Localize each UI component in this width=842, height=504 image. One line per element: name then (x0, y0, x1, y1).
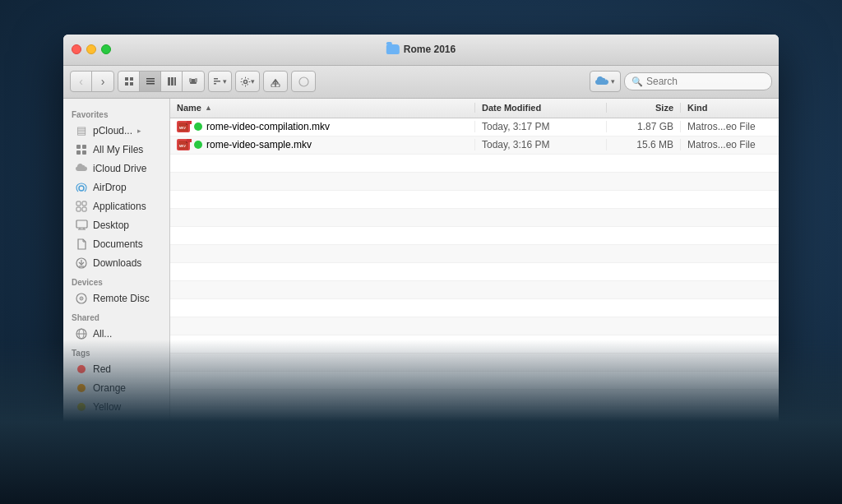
svg-rect-52 (186, 125, 188, 132)
sidebar-item-documents[interactable]: Documents (67, 235, 166, 253)
svg-point-32 (79, 186, 84, 191)
mkv-file-icon: MKV (177, 139, 190, 150)
window-title: Rome 2016 (386, 44, 456, 55)
sidebar-item-airdrop[interactable]: AirDrop (67, 178, 166, 197)
sidebar-item-all-my-files[interactable]: All My Files (67, 141, 166, 159)
toolbar: ‹ › (63, 66, 779, 99)
search-input[interactable] (646, 76, 765, 87)
list-view-button[interactable] (140, 72, 161, 91)
share-button[interactable] (263, 71, 288, 92)
desktop-icon (75, 219, 88, 232)
table-row-empty (170, 263, 779, 281)
arrange-chevron-icon: ▾ (223, 77, 227, 86)
sidebar-item-remote-disc[interactable]: Remote Disc (67, 289, 166, 307)
svg-rect-56 (186, 143, 188, 150)
column-view-button[interactable] (161, 72, 183, 91)
sidebar-item-tag-red[interactable]: Red (67, 360, 166, 378)
green-tag-icon (75, 419, 88, 432)
shared-header: Shared (63, 308, 169, 324)
table-row-empty (170, 354, 779, 372)
file-kind-cell: Matros...eo File (680, 121, 779, 132)
cover-view-button[interactable] (183, 72, 204, 91)
tag-button[interactable] (291, 71, 316, 92)
orange-tag-icon (75, 381, 88, 395)
list-view-icon (146, 76, 155, 86)
cloud-sync-button[interactable]: ▾ (590, 71, 621, 92)
nav-group: ‹ › (70, 71, 114, 92)
svg-rect-36 (82, 207, 86, 211)
mkv-file-icon: MKV (177, 121, 190, 132)
sidebar-item-icloud[interactable]: iCloud Drive (67, 160, 166, 178)
size-column-header[interactable]: Size (606, 103, 680, 113)
file-area: Name ▲ Date Modified Size Kind (170, 99, 779, 470)
table-row[interactable]: MKV rome-video-sample.mkv Today, 3:16 PM… (170, 136, 779, 155)
table-row-empty (170, 173, 779, 191)
action-chevron-icon: ▾ (251, 77, 255, 86)
view-group (118, 71, 205, 92)
column-header: Name ▲ Date Modified Size Kind (170, 99, 779, 118)
svg-rect-29 (82, 145, 86, 149)
search-icon: 🔍 (632, 76, 643, 87)
svg-rect-30 (76, 150, 81, 155)
applications-icon (75, 200, 88, 213)
svg-rect-0 (125, 77, 128, 81)
svg-rect-8 (171, 77, 173, 86)
svg-rect-7 (168, 77, 170, 86)
date-column-header[interactable]: Date Modified (474, 103, 606, 113)
arrange-icon (213, 76, 223, 86)
kind-column-header[interactable]: Kind (680, 103, 779, 113)
table-row-empty (170, 317, 779, 335)
sidebar-item-tag-yellow[interactable]: Yellow (67, 398, 166, 416)
sidebar-item-applications[interactable]: Applications (67, 197, 166, 215)
svg-rect-2 (125, 82, 128, 86)
sidebar-item-tag-orange[interactable]: Orange (67, 379, 166, 397)
file-name-cell: MKV rome-video-sample.mkv (170, 139, 474, 150)
title-folder-icon (386, 44, 400, 54)
search-box[interactable]: 🔍 (624, 72, 772, 90)
table-row-empty (170, 299, 779, 317)
table-row[interactable]: MKV rome-video-compilation.mkv Today, 3:… (170, 118, 779, 136)
cloud-icon (595, 76, 608, 86)
sidebar-item-downloads[interactable]: Downloads (67, 254, 166, 272)
cover-view-icon (188, 76, 198, 86)
svg-marker-51 (186, 123, 188, 125)
close-button[interactable] (72, 44, 81, 54)
action-button[interactable]: ▾ (235, 71, 260, 92)
grid-icon (75, 143, 88, 156)
forward-button[interactable]: › (92, 72, 113, 91)
sidebar-item-pcloud[interactable]: ▤ pCloud... ▸ (67, 122, 166, 140)
sidebar-item-tag-green[interactable]: Green (67, 417, 166, 435)
file-date-cell: Today, 3:17 PM (474, 121, 606, 132)
column-view-icon (167, 76, 177, 86)
table-row-empty (170, 335, 779, 354)
arrange-button[interactable]: ▾ (208, 71, 232, 92)
icon-view-button[interactable] (118, 72, 140, 91)
favorites-header: Favorites (63, 105, 169, 121)
maximize-button[interactable] (101, 44, 111, 54)
sidebar-item-all-shared[interactable]: All... (67, 325, 166, 343)
minimize-button[interactable] (86, 44, 96, 54)
svg-rect-9 (174, 77, 176, 86)
red-tag-icon (75, 363, 88, 376)
table-row-empty (170, 372, 779, 390)
file-size-cell: 1.87 GB (606, 121, 680, 132)
tag-icon (298, 76, 309, 87)
svg-rect-14 (214, 81, 220, 82)
svg-rect-3 (130, 82, 133, 86)
svg-rect-21 (241, 77, 243, 79)
icon-view-icon (124, 76, 134, 86)
downloads-icon (75, 257, 88, 270)
svg-marker-55 (186, 141, 188, 143)
yellow-tag-icon (75, 400, 88, 414)
svg-text:MKV: MKV (179, 127, 186, 130)
svg-point-46 (81, 298, 82, 299)
table-row-empty (170, 209, 779, 227)
svg-rect-15 (214, 83, 216, 85)
back-button[interactable]: ‹ (71, 72, 92, 91)
sidebar-item-desktop[interactable]: Desktop (67, 216, 166, 234)
cloud-drive-icon (75, 162, 88, 175)
gear-icon (240, 76, 251, 87)
file-list: MKV rome-video-compilation.mkv Today, 3:… (170, 118, 779, 470)
name-column-header[interactable]: Name ▲ (170, 103, 474, 113)
pcloud-icon: ▤ (75, 124, 88, 137)
